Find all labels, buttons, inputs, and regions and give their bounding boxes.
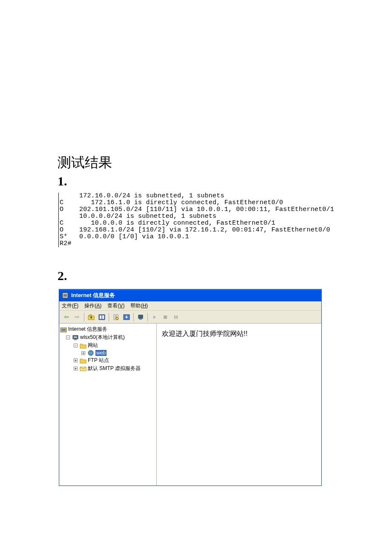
toolbar-separator (147, 313, 148, 321)
stop-button[interactable] (161, 312, 170, 322)
expand-icon[interactable]: + (74, 367, 78, 370)
terminal-line: 10.0.0.0/24 is subnetted, 1 subnets (60, 213, 216, 220)
welcome-text: 欢迎进入厦门技师学院网站!! (162, 330, 316, 338)
tree-ftp[interactable]: + FTP 站点 (60, 356, 156, 364)
toolbar-separator (133, 313, 134, 321)
expand-icon[interactable]: + (81, 351, 85, 355)
export-button[interactable] (122, 312, 131, 322)
menu-file[interactable]: 文件(F) (62, 302, 78, 309)
section-1-heading: 1. (58, 174, 334, 188)
menubar: 文件(F) 操作(A) 查看(V) 帮助(H) (59, 301, 321, 311)
router-terminal-output: 172.16.0.0/24 is subnetted, 1 subnets C … (58, 193, 334, 247)
folder-icon (80, 343, 86, 349)
tree-computer[interactable]: - wlsx50(本地计算机) (60, 333, 156, 341)
section-2-heading: 2. (58, 269, 334, 283)
expand-icon[interactable]: + (74, 358, 78, 362)
tree-label: 默认 SMTP 虚拟服务器 (88, 365, 141, 372)
svg-rect-10 (139, 319, 142, 320)
refresh-button[interactable] (136, 312, 145, 322)
forward-button[interactable]: ⇨ (72, 312, 82, 322)
iis-window: Internet 信息服务 文件(F) 操作(A) 查看(V) 帮助(H) ⇦ … (59, 289, 322, 486)
terminal-line: S* 0.0.0.0/0 [1/0] via 10.0.0.1 (60, 233, 189, 240)
back-button[interactable]: ⇦ (62, 312, 71, 322)
terminal-line: C 172.16.1.0 is directly connected, Fast… (60, 199, 283, 206)
show-hide-button[interactable] (97, 312, 107, 322)
menu-action[interactable]: 操作(A) (84, 302, 101, 309)
svg-rect-5 (102, 315, 104, 319)
play-button[interactable] (150, 312, 159, 322)
page-title: 测试结果 (58, 153, 334, 172)
tree-label: FTP 站点 (88, 357, 109, 364)
svg-rect-13 (176, 315, 178, 319)
globe-icon (87, 350, 94, 356)
mail-icon (80, 366, 86, 372)
tree-label: 网站 (88, 342, 98, 349)
properties-button[interactable] (111, 312, 121, 322)
terminal-line: O 202.101.105.0/24 [110/11] via 10.0.0.1… (60, 206, 334, 213)
computer-icon (72, 335, 79, 341)
svg-rect-1 (63, 294, 67, 297)
app-icon (62, 292, 69, 299)
tree-label-selected: web (95, 350, 107, 356)
tree-smtp[interactable]: + 默认 SMTP 虚拟服务器 (60, 364, 156, 373)
svg-rect-15 (61, 329, 66, 331)
svg-rect-12 (174, 315, 176, 319)
folder-icon (80, 358, 86, 364)
tree-web-selected[interactable]: + web (60, 350, 156, 356)
svg-rect-11 (164, 315, 167, 319)
iis-icon (60, 327, 67, 332)
svg-rect-4 (100, 315, 101, 319)
content-area: Internet 信息服务 - wlsx50(本地计算机) - 网站 + web (59, 324, 321, 486)
collapse-icon[interactable]: - (66, 335, 70, 339)
terminal-line: R2# (60, 240, 72, 247)
tree-label: Internet 信息服务 (68, 326, 107, 333)
right-content-panel: 欢迎进入厦门技师学院网站!! (157, 324, 321, 486)
tree-root[interactable]: Internet 信息服务 (60, 325, 156, 333)
tree-websites[interactable]: - 网站 (60, 341, 156, 350)
toolbar: ⇦ ⇨ (59, 311, 321, 324)
tree-panel: Internet 信息服务 - wlsx50(本地计算机) - 网站 + web (59, 324, 157, 486)
terminal-line: 172.16.0.0/24 is subnetted, 1 subnets (60, 192, 224, 199)
menu-view[interactable]: 查看(V) (107, 302, 124, 309)
svg-rect-17 (74, 336, 77, 338)
toolbar-separator (84, 313, 84, 321)
terminal-line: C 10.0.0.0 is directly connected, FastEt… (60, 220, 275, 227)
window-title: Internet 信息服务 (71, 292, 115, 299)
svg-rect-9 (138, 315, 143, 318)
svg-point-7 (116, 317, 118, 320)
menu-help[interactable]: 帮助(H) (130, 302, 148, 309)
collapse-icon[interactable]: - (74, 344, 78, 347)
toolbar-separator (109, 313, 109, 321)
terminal-line: O 192.168.1.0/24 [110/2] via 172.16.1.2,… (60, 226, 330, 234)
window-titlebar[interactable]: Internet 信息服务 (59, 289, 321, 301)
pause-button[interactable] (171, 312, 181, 322)
up-button[interactable] (86, 312, 96, 322)
tree-label: wlsx50(本地计算机) (80, 334, 125, 341)
svg-rect-18 (74, 339, 77, 340)
